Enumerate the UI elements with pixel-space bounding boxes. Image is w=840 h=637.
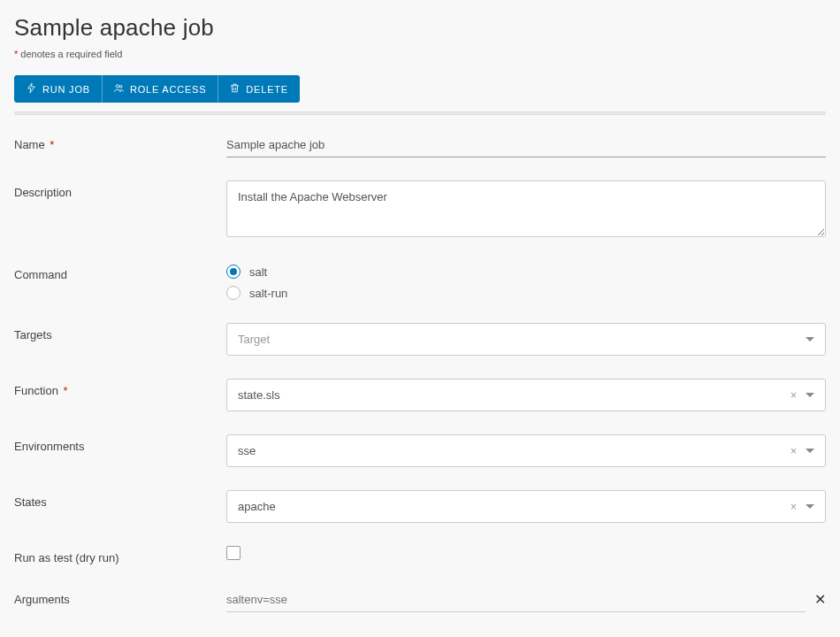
required-asterisk: * — [60, 384, 68, 397]
label-function-text: Function — [14, 384, 58, 397]
row-arguments: Arguments ✕ — [14, 587, 826, 612]
chevron-down-icon — [806, 393, 814, 397]
environments-select[interactable]: sse × — [226, 434, 826, 467]
states-value: apache — [238, 500, 276, 513]
states-select[interactable]: apache × — [226, 490, 826, 523]
clear-icon[interactable]: × — [790, 445, 797, 457]
row-states: States apache × — [14, 490, 826, 523]
row-targets: Targets Target — [14, 323, 826, 356]
chevron-down-icon — [806, 337, 814, 342]
argument-input[interactable] — [226, 587, 806, 612]
row-function: Function * state.sls × — [14, 379, 826, 411]
role-access-label: ROLE ACCESS — [130, 84, 206, 95]
row-description: Description Install the Apache Webserver — [14, 180, 826, 240]
label-description: Description — [14, 180, 226, 199]
row-name: Name * — [14, 133, 826, 157]
svg-point-1 — [119, 86, 122, 88]
required-note-text: denotes a required field — [18, 49, 122, 59]
function-value: state.sls — [238, 388, 280, 402]
radio-salt[interactable]: salt — [226, 265, 826, 279]
run-test-checkbox[interactable] — [226, 546, 241, 560]
clear-icon[interactable]: × — [790, 501, 797, 513]
radio-icon — [226, 265, 241, 279]
radio-salt-run-label: salt-run — [249, 287, 287, 300]
label-command: Command — [14, 263, 226, 281]
chevron-down-icon — [806, 504, 814, 509]
label-environments: Environments — [14, 434, 226, 453]
bolt-icon — [26, 82, 37, 96]
label-arguments: Arguments — [14, 587, 226, 606]
page-title: Sample apache job — [14, 14, 826, 42]
required-field-note: * denotes a required field — [14, 49, 826, 59]
label-name-text: Name — [14, 138, 45, 151]
trash-icon — [229, 82, 241, 96]
function-select[interactable]: state.sls × — [226, 379, 826, 411]
role-access-button[interactable]: ROLE ACCESS — [102, 75, 218, 103]
description-textarea[interactable]: Install the Apache Webserver — [226, 180, 826, 237]
label-states: States — [14, 490, 226, 509]
row-command: Command salt salt-run — [14, 263, 826, 300]
run-job-button[interactable]: RUN JOB — [14, 75, 102, 103]
label-run-test: Run as test (dry run) — [14, 546, 226, 564]
remove-argument-icon[interactable]: ✕ — [814, 593, 826, 607]
radio-salt-label: salt — [249, 265, 267, 279]
clear-icon[interactable]: × — [790, 389, 797, 402]
targets-select[interactable]: Target — [226, 323, 826, 356]
label-name: Name * — [14, 133, 226, 151]
delete-button[interactable]: DELETE — [218, 75, 300, 103]
svg-point-0 — [116, 85, 118, 88]
label-function: Function * — [14, 379, 226, 397]
required-asterisk: * — [47, 138, 55, 151]
section-divider — [14, 111, 826, 115]
radio-salt-run[interactable]: salt-run — [226, 286, 826, 300]
radio-icon — [226, 286, 241, 300]
action-toolbar: RUN JOB ROLE ACCESS DELETE — [14, 75, 826, 103]
name-input[interactable] — [226, 133, 826, 157]
users-icon — [113, 82, 125, 96]
environments-value: sse — [238, 444, 256, 457]
label-targets: Targets — [14, 323, 226, 342]
row-run-test: Run as test (dry run) — [14, 546, 826, 564]
chevron-down-icon — [806, 449, 814, 453]
delete-label: DELETE — [246, 84, 288, 95]
targets-placeholder: Target — [238, 333, 270, 346]
row-environments: Environments sse × — [14, 434, 826, 467]
run-job-label: RUN JOB — [42, 84, 90, 95]
